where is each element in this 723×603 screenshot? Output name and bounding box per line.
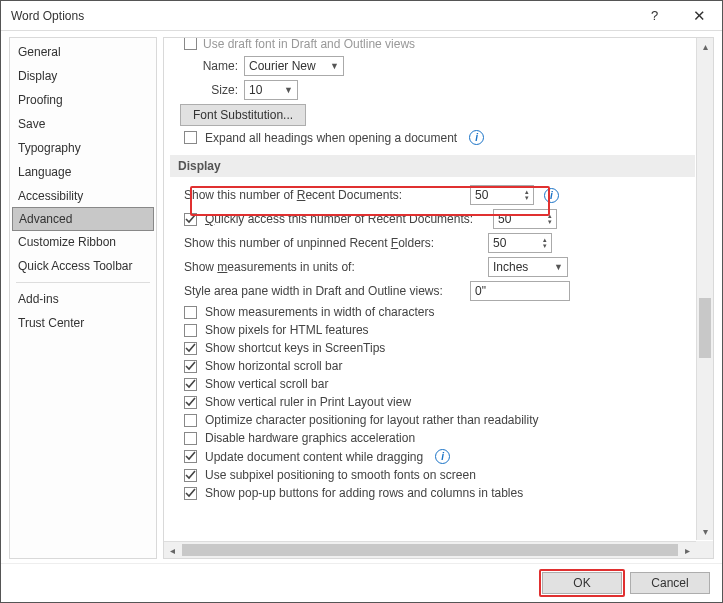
checkbox-label: Use subpixel positioning to smooth fonts… [205,468,476,482]
scroll-left-icon[interactable]: ◂ [164,542,181,558]
display-option-row: Show shortcut keys in ScreenTips [170,339,695,357]
scroll-down-icon[interactable]: ▾ [697,523,713,540]
close-button[interactable]: ✕ [677,1,722,31]
unpinned-spinner[interactable]: 50 ▴▾ [488,233,552,253]
options-pane: Use draft font in Draft and Outline view… [163,37,714,559]
sidebar-item-customize-ribbon[interactable]: Customize Ribbon [10,230,156,254]
chevron-down-icon: ▼ [554,262,563,272]
units-value: Inches [493,260,528,274]
recent-docs-row: Show this number of Recent Documents: 50… [170,183,695,207]
checkbox[interactable] [184,306,197,319]
sidebar-item-accessibility[interactable]: Accessibility [10,184,156,208]
info-icon[interactable]: i [469,130,484,145]
font-size-label: Size: [184,83,238,97]
sidebar-item-quick-access-toolbar[interactable]: Quick Access Toolbar [10,254,156,278]
quick-access-row: Quickly access this number of Recent Doc… [170,207,695,231]
sidebar-item-display[interactable]: Display [10,64,156,88]
display-option-row: Use subpixel positioning to smooth fonts… [170,466,695,484]
sidebar-item-proofing[interactable]: Proofing [10,88,156,112]
display-option-row: Update document content while draggingi [170,447,695,466]
sidebar-item-save[interactable]: Save [10,112,156,136]
checkbox-label: Show vertical scroll bar [205,377,328,391]
style-pane-input[interactable]: 0" [470,281,570,301]
scroll-thumb[interactable] [182,544,678,556]
units-combo[interactable]: Inches ▼ [488,257,568,277]
spinner-arrows-icon: ▴▾ [525,189,529,201]
sidebar-item-typography[interactable]: Typography [10,136,156,160]
quick-access-value: 50 [498,212,511,226]
sidebar-separator [16,282,150,283]
chevron-down-icon: ▼ [284,85,293,95]
font-size-row: Size: 10 ▼ [170,78,695,102]
style-pane-value: 0" [475,284,486,298]
sidebar-item-general[interactable]: General [10,40,156,64]
expand-headings-checkbox[interactable] [184,131,197,144]
options-content: Use draft font in Draft and Outline view… [170,38,695,540]
font-name-label: Name: [184,59,238,73]
display-option-row: Show horizontal scroll bar [170,357,695,375]
checkbox[interactable] [184,396,197,409]
display-option-row: Disable hardware graphics acceleration [170,429,695,447]
unpinned-row: Show this number of unpinned Recent Fold… [170,231,695,255]
checkbox[interactable] [184,342,197,355]
help-button[interactable]: ? [632,1,677,31]
checkbox-label: Disable hardware graphics acceleration [205,431,415,445]
horizontal-scrollbar[interactable]: ◂ ▸ [164,541,696,558]
units-row: Show measurements in units of: Inches ▼ [170,255,695,279]
sidebar-item-advanced[interactable]: Advanced [12,207,154,231]
font-name-value: Courier New [249,59,316,73]
display-option-row: Show vertical ruler in Print Layout view [170,393,695,411]
display-section-header: Display [170,155,695,177]
word-options-dialog: Word Options ? ✕ GeneralDisplayProofingS… [0,0,723,603]
style-pane-label: Style area pane width in Draft and Outli… [184,284,464,298]
display-option-row: Show measurements in width of characters [170,303,695,321]
checkbox-label: Show shortcut keys in ScreenTips [205,341,385,355]
scroll-thumb[interactable] [699,298,711,358]
checkbox[interactable] [184,378,197,391]
display-option-row: Show pop-up buttons for adding rows and … [170,484,695,502]
sidebar-item-add-ins[interactable]: Add-ins [10,287,156,311]
checkbox[interactable] [184,450,197,463]
checkbox[interactable] [184,469,197,482]
dialog-title: Word Options [11,9,632,23]
font-name-row: Name: Courier New ▼ [170,54,695,78]
sidebar-item-language[interactable]: Language [10,160,156,184]
dialog-footer: OK Cancel [1,563,722,602]
quick-access-checkbox[interactable] [184,213,197,226]
info-icon[interactable]: i [544,188,559,203]
cancel-button[interactable]: Cancel [630,572,710,594]
display-option-row: Show vertical scroll bar [170,375,695,393]
font-size-value: 10 [249,83,262,97]
checkbox-label: Show vertical ruler in Print Layout view [205,395,411,409]
vertical-scrollbar[interactable]: ▴ ▾ [696,38,713,540]
spinner-arrows-icon: ▴▾ [543,237,547,249]
spinner-arrows-icon: ▴▾ [548,213,552,225]
scroll-right-icon[interactable]: ▸ [679,542,696,558]
recent-docs-spinner[interactable]: 50 ▴▾ [470,185,534,205]
font-size-combo[interactable]: 10 ▼ [244,80,298,100]
checkbox-label: Optimize character positioning for layou… [205,413,539,427]
checkbox[interactable] [184,324,197,337]
unpinned-value: 50 [493,236,506,250]
font-substitution-button[interactable]: Font Substitution... [180,104,306,126]
checkbox[interactable] [184,414,197,427]
quick-access-spinner[interactable]: 50 ▴▾ [493,209,557,229]
units-label: Show measurements in units of: [184,260,482,274]
font-name-combo[interactable]: Courier New ▼ [244,56,344,76]
checkbox[interactable] [184,487,197,500]
checkbox-label: Show pixels for HTML features [205,323,369,337]
ok-button[interactable]: OK [542,572,622,594]
checkbox-label: Show horizontal scroll bar [205,359,342,373]
draft-font-checkbox[interactable] [184,38,197,50]
checkbox-label: Show measurements in width of characters [205,305,434,319]
sidebar-item-trust-center[interactable]: Trust Center [10,311,156,335]
display-option-row: Optimize character positioning for layou… [170,411,695,429]
style-pane-row: Style area pane width in Draft and Outli… [170,279,695,303]
scroll-up-icon[interactable]: ▴ [697,38,713,55]
recent-docs-label: Show this number of Recent Documents: [184,188,464,202]
checkbox[interactable] [184,432,197,445]
checkbox[interactable] [184,360,197,373]
info-icon[interactable]: i [435,449,450,464]
checkbox-label: Show pop-up buttons for adding rows and … [205,486,523,500]
draft-font-row: Use draft font in Draft and Outline view… [170,38,695,54]
